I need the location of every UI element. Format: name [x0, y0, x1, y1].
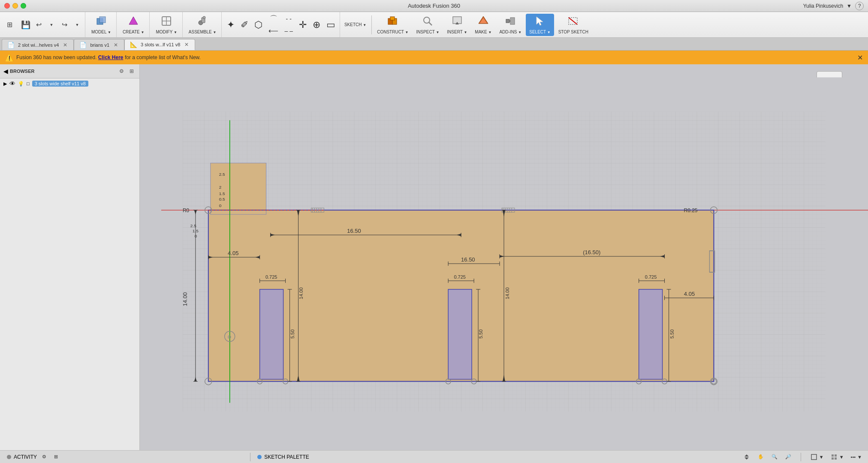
- notification-text: Fusion 360 has now been updated. Click H…: [16, 54, 201, 60]
- svg-rect-1: [99, 17, 105, 23]
- svg-text:R0: R0: [183, 207, 190, 213]
- sketch-tool-arc[interactable]: ⌒: [266, 13, 281, 24]
- assemble-icon: [196, 15, 208, 29]
- tab-1[interactable]: 📄 2 slot wi...helves v4 ✕: [2, 39, 74, 50]
- select-button[interactable]: SELECT ▼: [526, 14, 554, 36]
- model-icon: [95, 15, 107, 29]
- tabs-bar: 📄 2 slot wi...helves v4 ✕ 📄 brians v1 ✕ …: [0, 38, 868, 51]
- save-button[interactable]: 💾: [20, 19, 32, 31]
- username: Yulia Pinkusevich: [803, 3, 843, 9]
- view-more[interactable]: ••• ▼: [848, 454, 865, 460]
- activity-options[interactable]: ⚙: [39, 453, 49, 460]
- assemble-button[interactable]: ASSEMBLE ▼: [185, 14, 220, 36]
- activity-section: ACTIVITY ⚙ ⊞: [3, 453, 247, 460]
- minimize-button[interactable]: [12, 3, 18, 9]
- eye-icon[interactable]: 👁: [9, 80, 15, 87]
- assemble-label: ASSEMBLE ▼: [189, 30, 217, 34]
- nav-arrows[interactable]: [741, 453, 753, 461]
- make-button[interactable]: MAKE ▼: [471, 14, 495, 36]
- tab-2-label: brians v1: [90, 42, 109, 48]
- undo-button[interactable]: ↩: [33, 19, 45, 31]
- addins-button[interactable]: ADD-INS ▼: [496, 14, 525, 36]
- model-button[interactable]: MODEL ▼: [88, 14, 115, 36]
- svg-text:16.50: 16.50: [461, 256, 475, 263]
- sketch-button[interactable]: SKETCH ▼: [341, 14, 370, 36]
- tree-expand-arrow[interactable]: ▶: [3, 81, 7, 87]
- sketch-tool-dash1[interactable]: - -: [282, 13, 295, 24]
- apps-grid-button[interactable]: ⊞: [3, 19, 15, 31]
- tab-3-close[interactable]: ✕: [184, 42, 190, 48]
- activity-expand[interactable]: ⊞: [51, 453, 60, 460]
- notification-bar: ⚠️ Fusion 360 has now been updated. Clic…: [0, 51, 868, 64]
- redo-dropdown[interactable]: ▼: [71, 19, 83, 31]
- tab-1-close[interactable]: ✕: [62, 42, 68, 48]
- assemble-group: ASSEMBLE ▼: [184, 12, 222, 37]
- tab-2[interactable]: 📄 brians v1 ✕: [74, 39, 124, 50]
- svg-rect-146: [835, 454, 837, 457]
- sketch-tool-line[interactable]: ⟵: [266, 25, 281, 36]
- svg-rect-145: [832, 454, 834, 457]
- inspect-button[interactable]: INSPECT ▼: [413, 14, 443, 36]
- insert-label: INSERT ▼: [447, 30, 467, 34]
- svg-rect-18: [506, 19, 509, 23]
- tab-3[interactable]: 📐 3 slots w...lf v11 v8 ✕: [124, 39, 195, 50]
- browser-tree-item[interactable]: ▶ 👁 💡 □ 3 slots wide shelf v11 v8: [0, 78, 139, 89]
- nav-controls: ✋ 🔍 🔎: [741, 453, 794, 461]
- sketch-tool-3[interactable]: ⬡: [252, 14, 265, 36]
- sidebar-collapse[interactable]: ◀: [3, 68, 8, 75]
- rect-icon: ▭: [326, 19, 335, 30]
- svg-rect-11: [390, 17, 395, 20]
- sketch-tool-rect[interactable]: ▭: [324, 14, 338, 36]
- close-button[interactable]: [4, 3, 10, 9]
- sketch-tool-cross[interactable]: ✛: [296, 14, 309, 36]
- addins-icon: [504, 15, 516, 29]
- line-icon: ⟵: [268, 27, 278, 35]
- notification-close[interactable]: ✕: [857, 54, 863, 62]
- svg-text:0.725: 0.725: [645, 274, 657, 280]
- maximize-button[interactable]: [21, 3, 26, 9]
- canvas[interactable]: TOP: [140, 64, 868, 450]
- nav-zoom-in[interactable]: 🔎: [783, 453, 794, 460]
- view-toggle[interactable]: ▼: [808, 453, 826, 461]
- svg-rect-144: [811, 454, 817, 460]
- insert-button[interactable]: INSERT ▼: [443, 14, 470, 36]
- sidebar-expand[interactable]: ⊞: [127, 67, 136, 75]
- help-button[interactable]: ?: [855, 2, 864, 10]
- stop-sketch-icon: [567, 15, 579, 29]
- tab-2-close[interactable]: ✕: [113, 42, 119, 48]
- window-title: Autodesk Fusion 360: [408, 3, 460, 9]
- construct-button[interactable]: CONSTRUCT ▼: [374, 14, 412, 36]
- svg-rect-147: [832, 457, 834, 460]
- svg-text:14.00: 14.00: [182, 292, 188, 306]
- construct-label: CONSTRUCT ▼: [377, 30, 408, 34]
- toolbar-nav: ⊞: [2, 14, 17, 36]
- svg-text:4.05: 4.05: [228, 250, 238, 256]
- sketch-tool-2[interactable]: ✐: [238, 14, 251, 36]
- redo-button[interactable]: ↪: [58, 19, 70, 31]
- modify-button[interactable]: MODIFY ▼: [152, 14, 180, 36]
- svg-text:⚙: ⚙: [227, 334, 232, 340]
- create-icon: [127, 15, 139, 29]
- create-button[interactable]: CREATE ▼: [119, 14, 148, 36]
- tab-1-icon: 📄: [7, 42, 15, 48]
- modify-label: MODIFY ▼: [156, 30, 177, 34]
- sketch-tool-plus[interactable]: ⊕: [310, 14, 323, 36]
- stop-sketch-button[interactable]: STOP SKETCH: [555, 14, 592, 36]
- undo-dropdown[interactable]: ▼: [45, 19, 57, 31]
- nav-zoom-fit[interactable]: 🔍: [769, 453, 780, 460]
- doc-icon: □: [27, 81, 30, 86]
- title-bar: Autodesk Fusion 360 Yulia Pinkusevich ▼ …: [0, 0, 868, 12]
- sketch-tool-1[interactable]: ✦: [224, 14, 237, 36]
- view-grid[interactable]: ▼: [828, 453, 847, 461]
- notification-link[interactable]: Click Here: [98, 54, 124, 60]
- tab-1-label: 2 slot wi...helves v4: [18, 42, 59, 48]
- sketch-tool-dash2[interactable]: – –: [282, 25, 295, 36]
- sidebar-settings[interactable]: ⚙: [117, 67, 126, 75]
- nav-pan[interactable]: ✋: [755, 453, 766, 460]
- svg-text:0.5: 0.5: [219, 197, 225, 201]
- sketch-tools-group: ✦ ✐ ⬡ ⌒ ⟵ - - – – ✛ ⊕: [223, 12, 340, 37]
- inspect-icon: [422, 15, 434, 29]
- create-label: CREATE ▼: [123, 30, 145, 34]
- user-area: Yulia Pinkusevich ▼ ?: [803, 2, 864, 10]
- sketch-canvas: R0 R0.25 16.50 (16.50) 16.50: [140, 64, 868, 450]
